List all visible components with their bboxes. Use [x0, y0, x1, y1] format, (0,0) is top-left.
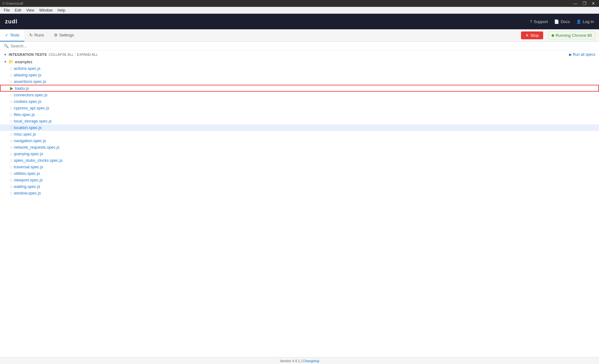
menu-bar: File Edit View Window Help: [0, 7, 599, 14]
title-bar-controls: — ❐ ✕: [572, 1, 597, 6]
file-icon: □: [10, 73, 12, 77]
file-icon: □: [10, 171, 12, 176]
close-button[interactable]: ✕: [590, 1, 597, 6]
running-badge-label: Running Chrome 80: [556, 33, 592, 38]
stop-icon: ✕: [525, 33, 529, 38]
file-icon: □: [10, 79, 12, 84]
file-icon: □: [10, 126, 12, 130]
file-icon: □: [10, 106, 12, 110]
tabs-left: ✓ Tests ↻ Runs ⚙ Settings: [0, 29, 79, 41]
running-file-icon: ▶: [10, 86, 13, 91]
docs-label: Docs: [561, 19, 570, 24]
run-all-label: Run all specs: [573, 52, 595, 57]
docs-link[interactable]: 📄 Docs: [554, 19, 570, 24]
file-name: local_storage.spec.js: [14, 119, 51, 123]
file-icon: □: [10, 152, 12, 156]
stop-label: Stop: [530, 33, 539, 38]
file-icon: □: [10, 119, 12, 123]
title-bar-path: C:\Users\zudl: [2, 2, 23, 5]
file-connectors-spec[interactable]: □ connectors.spec.js: [0, 92, 599, 98]
file-icon: □: [10, 66, 12, 71]
file-icon: □: [10, 113, 12, 117]
menu-window[interactable]: Window: [37, 7, 55, 13]
file-window-spec[interactable]: □ window.spec.js: [0, 190, 599, 196]
changelog-link[interactable]: Changelog: [303, 359, 319, 363]
file-cookies-spec[interactable]: □ cookies.spec.js: [0, 98, 599, 105]
file-name: cypress_api.spec.js: [14, 106, 49, 110]
stop-button[interactable]: ✕ Stop: [521, 31, 543, 39]
menu-edit[interactable]: Edit: [12, 7, 24, 13]
search-input[interactable]: [11, 44, 595, 48]
tests-tab-icon: ✓: [5, 33, 8, 37]
file-name: aliasing.spec.js: [14, 73, 41, 77]
settings-tab-label: Settings: [59, 33, 74, 37]
file-icon: □: [10, 191, 12, 195]
file-baidu-spec[interactable]: ▶ baidu.js: [0, 85, 599, 92]
file-network-requests-spec[interactable]: □ network_requests.spec.js: [0, 144, 599, 151]
file-files-spec[interactable]: □ files.spec.js: [0, 111, 599, 118]
file-name: utilities.spec.js: [14, 171, 40, 176]
file-name: location.spec.js: [14, 125, 41, 130]
file-spies-stubs-spec[interactable]: □ spies_stubs_clocks.spec.js: [0, 157, 599, 164]
run-all-specs-button[interactable]: ▶ Run all specs: [569, 52, 595, 57]
file-name: window.spec.js: [14, 191, 41, 195]
file-misc-spec[interactable]: □ misc.spec.js: [0, 131, 599, 137]
file-cypress-api-spec[interactable]: □ cypress_api.spec.js: [0, 105, 599, 111]
running-badge: Running Chrome 80: [548, 31, 595, 39]
file-local-storage-spec[interactable]: □ local_storage.spec.js: [0, 118, 599, 124]
file-icon: □: [10, 178, 12, 182]
menu-help[interactable]: Help: [55, 7, 68, 13]
file-name: assertions.spec.js: [14, 79, 46, 84]
menu-view[interactable]: View: [24, 7, 37, 13]
file-name: baidu.js: [15, 86, 29, 91]
section-actions: COLLAPSE ALL | EXPAND ALL: [49, 53, 98, 56]
file-name: network_requests.spec.js: [14, 145, 60, 150]
file-utilities-spec[interactable]: □ utilities.spec.js: [0, 170, 599, 177]
file-icon: □: [10, 165, 12, 169]
tab-tests[interactable]: ✓ Tests: [0, 29, 24, 41]
expand-all-button[interactable]: EXPAND ALL: [77, 53, 98, 56]
separator: |: [75, 53, 76, 56]
tab-settings[interactable]: ⚙ Settings: [49, 29, 79, 41]
support-label: Support: [534, 19, 548, 24]
app-logo: zudl: [5, 18, 17, 25]
support-link[interactable]: ? Support: [530, 19, 548, 24]
maximize-button[interactable]: ❐: [581, 1, 588, 6]
file-querying-spec[interactable]: □ querying.spec.js: [0, 151, 599, 157]
folder-label: examples: [15, 60, 32, 64]
file-name: traversal.spec.js: [14, 165, 43, 169]
collapse-all-button[interactable]: COLLAPSE ALL: [49, 53, 74, 56]
file-name: spies_stubs_clocks.spec.js: [14, 158, 62, 163]
file-traversal-spec[interactable]: □ traversal.spec.js: [0, 164, 599, 170]
runs-tab-label: Runs: [34, 33, 44, 37]
file-name: files.spec.js: [14, 112, 35, 117]
folder-icon: 📁: [8, 60, 13, 64]
file-assertions-spec[interactable]: □ assertions.spec.js: [0, 78, 599, 85]
file-actions-spec[interactable]: □ actions.spec.js: [0, 65, 599, 72]
file-icon: □: [10, 158, 12, 163]
file-icon: □: [10, 99, 12, 104]
search-icon: 🔍: [4, 44, 9, 48]
folder-examples[interactable]: ▼ 📁 examples: [0, 59, 599, 65]
file-navigation-spec[interactable]: □ navigation.spec.js: [0, 137, 599, 144]
header-nav: ? Support 📄 Docs 👤 Log In: [530, 19, 594, 24]
file-icon: □: [10, 93, 12, 97]
running-dot: [552, 34, 554, 37]
runs-tab-icon: ↻: [29, 33, 33, 37]
content-area: ▼ INTEGRATION TESTS COLLAPSE ALL | EXPAN…: [0, 50, 599, 356]
file-waiting-spec[interactable]: □ waiting.spec.js: [0, 183, 599, 190]
file-name: misc.spec.js: [14, 132, 36, 136]
login-link[interactable]: 👤 Log In: [576, 19, 594, 24]
tab-runs[interactable]: ↻ Runs: [24, 29, 49, 41]
file-viewport-spec[interactable]: □ viewport.spec.js: [0, 177, 599, 183]
file-location-spec[interactable]: □ location.spec.js: [0, 124, 599, 131]
search-bar: 🔍: [0, 42, 599, 50]
menu-file[interactable]: File: [1, 7, 12, 13]
section-chevron: ▼: [4, 53, 7, 56]
tabs-right: ✕ Stop Running Chrome 80: [521, 31, 599, 39]
minimize-button[interactable]: —: [572, 1, 579, 6]
file-name: connectors.spec.js: [14, 93, 47, 97]
file-name: viewport.spec.js: [14, 178, 42, 182]
file-aliasing-spec[interactable]: □ aliasing.spec.js: [0, 72, 599, 78]
login-icon: 👤: [576, 19, 581, 24]
